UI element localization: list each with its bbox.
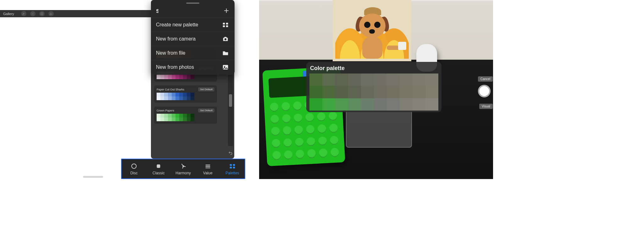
swatch[interactable] bbox=[172, 96, 175, 100]
new-from-file[interactable]: New from file bbox=[151, 46, 235, 60]
swatch[interactable] bbox=[361, 98, 374, 111]
swatch[interactable] bbox=[157, 96, 160, 100]
swatch[interactable] bbox=[413, 98, 425, 111]
swatch[interactable] bbox=[187, 114, 191, 117]
swatch[interactable] bbox=[157, 117, 160, 121]
swatch[interactable] bbox=[183, 93, 187, 96]
swatch[interactable] bbox=[164, 93, 168, 96]
swatch[interactable] bbox=[164, 117, 168, 121]
swatch[interactable] bbox=[309, 73, 322, 86]
palette-block[interactable]: Paper Cut Out Sharks Set Default bbox=[154, 85, 217, 103]
swatch[interactable] bbox=[400, 98, 413, 111]
swatch[interactable] bbox=[160, 114, 164, 117]
palette-block[interactable]: Green Papers Set Default bbox=[154, 106, 217, 124]
swatch[interactable] bbox=[179, 75, 183, 79]
drag-handle[interactable] bbox=[186, 3, 199, 4]
swatch[interactable] bbox=[335, 98, 348, 111]
swatch[interactable] bbox=[413, 73, 425, 86]
move-icon[interactable] bbox=[48, 11, 54, 16]
swatch[interactable] bbox=[191, 114, 194, 117]
tab-value[interactable]: Value bbox=[196, 159, 220, 178]
swatch[interactable] bbox=[175, 93, 179, 96]
swatch[interactable] bbox=[160, 96, 164, 100]
swatch[interactable] bbox=[168, 117, 172, 121]
swatch[interactable] bbox=[183, 114, 187, 117]
set-default-button[interactable]: Set Default bbox=[198, 108, 214, 112]
swatch[interactable] bbox=[335, 73, 348, 86]
selection-icon[interactable] bbox=[39, 11, 45, 16]
swatch[interactable] bbox=[160, 93, 164, 96]
cancel-button[interactable]: Cancel bbox=[478, 76, 493, 82]
swatch[interactable] bbox=[175, 96, 179, 100]
swatch[interactable] bbox=[191, 93, 194, 96]
swatch[interactable] bbox=[164, 114, 168, 117]
swatch[interactable] bbox=[413, 86, 425, 98]
swatch[interactable] bbox=[168, 96, 172, 100]
set-default-button[interactable]: Set Default bbox=[198, 87, 214, 91]
swatch[interactable] bbox=[348, 98, 361, 111]
swatch[interactable] bbox=[387, 73, 400, 86]
swatch[interactable] bbox=[361, 86, 374, 98]
swatch[interactable] bbox=[191, 96, 194, 100]
swatch[interactable] bbox=[157, 114, 160, 117]
swatch[interactable] bbox=[361, 73, 374, 86]
swatch[interactable] bbox=[172, 114, 175, 117]
swatch[interactable] bbox=[425, 86, 438, 98]
swatch[interactable] bbox=[187, 75, 191, 79]
swatch[interactable] bbox=[172, 117, 175, 121]
tab-classic[interactable]: Classic bbox=[146, 159, 171, 178]
swatch[interactable] bbox=[348, 86, 361, 98]
swatch[interactable] bbox=[179, 117, 183, 121]
swatch[interactable] bbox=[425, 73, 438, 86]
swatch[interactable] bbox=[172, 93, 175, 96]
visual-button[interactable]: Visual bbox=[479, 104, 493, 109]
swatch[interactable] bbox=[335, 86, 348, 98]
swatch[interactable] bbox=[183, 117, 187, 121]
swatch[interactable] bbox=[157, 75, 160, 79]
swatch[interactable] bbox=[179, 96, 183, 100]
swatch[interactable] bbox=[168, 75, 172, 79]
swatch[interactable] bbox=[164, 96, 168, 100]
new-from-camera[interactable]: New from camera bbox=[151, 32, 235, 46]
swatch[interactable] bbox=[179, 114, 183, 117]
swatch[interactable] bbox=[175, 114, 179, 117]
wand-icon[interactable] bbox=[30, 11, 36, 16]
swatch[interactable] bbox=[191, 117, 194, 121]
swatch[interactable] bbox=[309, 98, 322, 111]
swatch[interactable] bbox=[172, 75, 175, 79]
swatch[interactable] bbox=[187, 93, 191, 96]
swatch[interactable] bbox=[309, 86, 322, 98]
swatch[interactable] bbox=[175, 117, 179, 121]
swatch[interactable] bbox=[348, 73, 361, 86]
swatch[interactable] bbox=[157, 93, 160, 96]
swatch[interactable] bbox=[160, 75, 164, 79]
swatch[interactable] bbox=[374, 86, 387, 98]
swatch[interactable] bbox=[175, 75, 179, 79]
swatch[interactable] bbox=[168, 114, 172, 117]
swatch[interactable] bbox=[164, 75, 168, 79]
create-new-palette[interactable]: Create new palette bbox=[151, 18, 235, 32]
undo-icon[interactable] bbox=[228, 150, 233, 155]
swatch[interactable] bbox=[400, 73, 413, 86]
swatch[interactable] bbox=[183, 75, 187, 79]
scroll-thumb[interactable] bbox=[229, 94, 232, 107]
swatch[interactable] bbox=[191, 75, 194, 79]
wrench-icon[interactable] bbox=[21, 11, 26, 16]
swatch[interactable] bbox=[374, 73, 387, 86]
swatch[interactable] bbox=[183, 96, 187, 100]
gallery-button[interactable]: Gallery bbox=[0, 12, 17, 16]
swatch[interactable] bbox=[187, 96, 191, 100]
tab-harmony[interactable]: Harmony bbox=[171, 159, 195, 178]
swatch[interactable] bbox=[322, 98, 335, 111]
swatch[interactable] bbox=[322, 86, 335, 98]
shutter-button[interactable] bbox=[479, 85, 490, 97]
swatch[interactable] bbox=[187, 117, 191, 121]
tab-disc[interactable]: Disc bbox=[122, 159, 146, 178]
tab-palettes[interactable]: Palettes bbox=[220, 159, 245, 178]
swatch[interactable] bbox=[425, 98, 438, 111]
swatch[interactable] bbox=[322, 73, 335, 86]
plus-icon[interactable]: + bbox=[224, 6, 229, 16]
swatch[interactable] bbox=[374, 98, 387, 111]
swatch[interactable] bbox=[387, 86, 400, 98]
swatch[interactable] bbox=[387, 98, 400, 111]
